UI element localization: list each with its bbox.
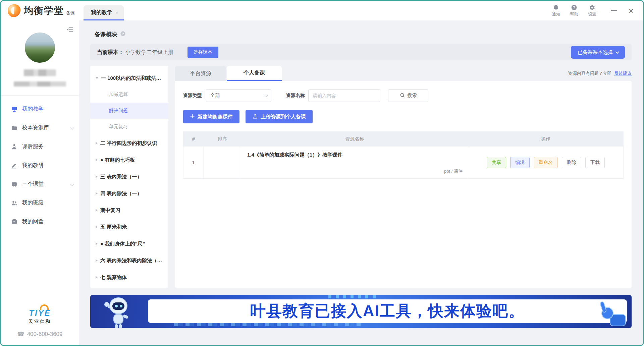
app-brand: 均衡学堂 备课 [1, 4, 84, 17]
chevron-down-icon [615, 50, 619, 54]
app-title: 均衡学堂 [24, 4, 64, 17]
sidebar-item-label: 我的网盘 [22, 218, 44, 225]
user-name-redacted [24, 69, 56, 76]
tree-item-tangram[interactable]: ● 有趣的七巧板 [90, 152, 168, 168]
sidebar-item-label: 三个课堂 [22, 181, 44, 188]
help-label: 帮助 [570, 11, 578, 17]
edit-button[interactable]: 编辑 [510, 157, 530, 168]
row-actions: 共享 编辑 重命名 删除 下载 [468, 147, 623, 178]
current-textbook-bar: 当前课本： 小学数学二年级上册 选择课本 已备课课本选择 [90, 44, 632, 60]
gear-icon [589, 4, 595, 11]
sidebar-item-after-school[interactable]: 课后服务 [1, 137, 79, 156]
upload-icon [252, 113, 258, 120]
tree-item-unit7[interactable]: 七 观察物体 [90, 269, 168, 286]
col-actions: 操作 [468, 136, 623, 142]
monitor-icon [11, 106, 17, 112]
choose-textbook-button[interactable]: 选择课本 [187, 47, 218, 58]
tiye-cloud-icon [40, 304, 49, 310]
download-button[interactable]: 下载 [585, 157, 605, 168]
sidebar: 我的教学 校本资源库 课后服务 [1, 20, 79, 345]
phone-number: 400-600-3609 [27, 331, 63, 338]
minimize-icon [611, 10, 617, 11]
close-button[interactable]: × [629, 6, 634, 15]
promo-banner[interactable]: 叶县教育已接入AI工具，快来体验吧。 [90, 295, 632, 328]
caret-right-icon [96, 226, 98, 228]
tab-close-icon[interactable]: × [116, 10, 118, 15]
tree-item-unit2[interactable]: 二 平行四边形的初步认识 [90, 135, 168, 152]
sidebar-nav: 我的教学 校本资源库 课后服务 [1, 96, 79, 231]
minimize-button[interactable] [611, 10, 617, 11]
user-school-redacted [14, 81, 66, 86]
caret-right-icon [96, 276, 98, 279]
search-label: 搜索 [408, 93, 417, 99]
tree-item-unit4[interactable]: 四 表内除法（一） [90, 185, 168, 202]
delete-button[interactable]: 删除 [562, 157, 581, 168]
row-order [204, 147, 241, 178]
tree-item-unit-review[interactable]: 单元复习 [90, 119, 168, 135]
tab-personal-prep[interactable]: 个人备课 [227, 66, 282, 81]
tree-item-unit1[interactable]: 一 100以内的加法和减法… [90, 70, 168, 86]
robot-mascot-icon [101, 295, 133, 328]
tree-item-body-ruler[interactable]: ● 我们身体上的“尺” [90, 235, 168, 252]
feedback-row: 资源内容有问题？立即 反馈建议 [568, 70, 632, 76]
tree-item-unit6[interactable]: 六 表内乘法和表内除法（… [90, 252, 168, 269]
share-button[interactable]: 共享 [487, 157, 506, 168]
sidebar-item-label: 我的教研 [22, 162, 44, 169]
textbook-label: 当前课本： [97, 49, 124, 56]
notifications-button[interactable]: 通知 [552, 4, 560, 17]
tree-item-unit3[interactable]: 三 表内乘法（一） [90, 168, 168, 185]
resource-type-label: 资源类型 [183, 93, 202, 99]
new-courseware-label: 新建均衡趣课件 [198, 114, 233, 120]
help-button[interactable]: ? 帮助 [570, 4, 578, 17]
sidebar-item-three-classrooms[interactable]: 三个课堂 [1, 175, 79, 193]
avatar[interactable] [25, 33, 55, 63]
rename-button[interactable]: 重命名 [534, 157, 558, 168]
tab-platform-resources[interactable]: 平台资源 [175, 66, 226, 81]
sidebar-item-school-resources[interactable]: 校本资源库 [1, 118, 79, 137]
resource-title[interactable]: 1.4《简单的加减实际问题（1）》教学课件 [247, 152, 463, 158]
sidebar-item-label: 校本资源库 [22, 124, 49, 131]
resource-table: # 排序 资源名称 操作 1 1.4《简单的加减实际问题（1）》教学课件 [183, 131, 624, 179]
sidebar-item-my-teaching[interactable]: 我的教学 [1, 100, 79, 118]
robot-hand-icon [591, 300, 626, 328]
page-title: 备课模块 [95, 31, 117, 38]
chevron-down-icon [70, 182, 74, 186]
resource-type-value: 全部 [210, 93, 220, 99]
svg-text:?: ? [573, 5, 575, 9]
caret-right-icon [96, 192, 98, 195]
tree-item-unit5[interactable]: 五 厘米和米 [90, 219, 168, 235]
resource-name-label: 资源名称 [286, 93, 305, 99]
search-button[interactable]: 搜索 [388, 89, 428, 102]
topbar-actions: 通知 ? 帮助 设置 [552, 4, 596, 17]
tab-label: 我的教学 [91, 9, 112, 16]
search-icon [400, 93, 405, 99]
upload-resource-button[interactable]: 上传资源到个人备课 [246, 110, 313, 123]
resource-type-select[interactable]: 全部 [206, 89, 271, 102]
settings-label: 设置 [588, 11, 596, 17]
resource-name-input[interactable] [308, 89, 380, 102]
tree-item-addsub[interactable]: 加减运算 [90, 86, 168, 103]
sidebar-item-my-class[interactable]: 我的班级 [1, 193, 79, 212]
caret-right-icon [96, 242, 98, 245]
settings-button[interactable]: 设置 [588, 4, 596, 17]
prepared-textbook-dropdown[interactable]: 已备课课本选择 [571, 46, 625, 59]
personal-prep-panel: 资源类型 全部 资源名称 搜索 [175, 81, 632, 288]
sidebar-item-my-research[interactable]: 我的教研 [1, 156, 79, 175]
banner-pill: 叶县教育已接入AI工具，快来体验吧。 [148, 299, 627, 323]
notifications-label: 通知 [552, 11, 560, 17]
collapse-sidebar-button[interactable] [67, 26, 73, 34]
col-order: 排序 [204, 136, 241, 142]
sidebar-item-my-drive[interactable]: 我的网盘 [1, 212, 79, 231]
sidebar-item-label: 我的班级 [22, 199, 44, 207]
upload-resource-label: 上传资源到个人备课 [261, 114, 306, 120]
tree-item-problem-solving[interactable]: 解决问题 [90, 103, 168, 119]
tree-item-midterm-review[interactable]: 期中复习 [90, 202, 168, 219]
new-courseware-button[interactable]: 新建均衡趣课件 [183, 110, 239, 123]
module-help-icon[interactable]: ? [120, 31, 126, 38]
reader-icon [11, 143, 17, 150]
feedback-link[interactable]: 反馈建议 [614, 71, 632, 76]
resource-type-tag: ppt / 课件 [444, 168, 463, 174]
tab-my-teaching[interactable]: 我的教学 × [84, 5, 124, 20]
tiye-logo: TIYE 天业仁和 [29, 308, 51, 325]
row-name-cell: 1.4《简单的加减实际问题（1）》教学课件 ppt / 课件 [241, 147, 468, 178]
